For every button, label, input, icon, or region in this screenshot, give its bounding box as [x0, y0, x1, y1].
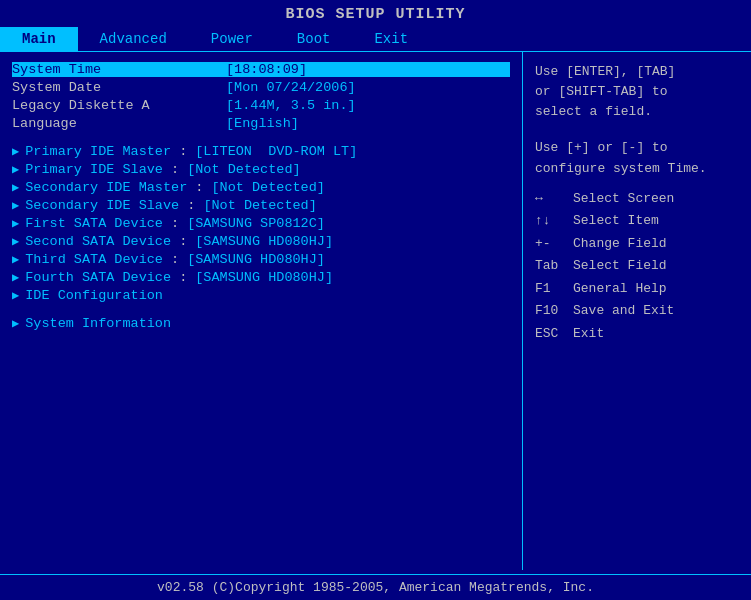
- menu-bar: Main Advanced Power Boot Exit: [0, 27, 751, 52]
- arrow-icon-6: ▶: [12, 234, 19, 249]
- arrow-icon-9: ▶: [12, 288, 19, 303]
- ide-config-row[interactable]: ▶ IDE Configuration: [12, 288, 510, 303]
- system-time-value: [18:08:09]: [226, 62, 307, 77]
- right-panel: Use [ENTER], [TAB] or [SHIFT-TAB] to sel…: [523, 52, 751, 570]
- key-select-item: ↑↓ Select Item: [535, 211, 739, 231]
- third-sata-row[interactable]: ▶ Third SATA Device : [SAMSUNG HD080HJ]: [12, 252, 510, 267]
- fourth-sata-value: [SAMSUNG HD080HJ]: [195, 270, 333, 285]
- primary-ide-slave-row[interactable]: ▶ Primary IDE Slave : [Not Detected]: [12, 162, 510, 177]
- left-panel: System Time [18:08:09] System Date [Mon …: [0, 52, 523, 570]
- secondary-ide-master-value: [Not Detected]: [211, 180, 324, 195]
- secondary-ide-slave-row[interactable]: ▶ Secondary IDE Slave : [Not Detected]: [12, 198, 510, 213]
- help-line1: Use [ENTER], [TAB]: [535, 62, 739, 82]
- primary-ide-master-row[interactable]: ▶ Primary IDE Master : [LITEON DVD-ROM L…: [12, 144, 510, 159]
- system-date-row[interactable]: System Date [Mon 07/24/2006]: [12, 80, 510, 95]
- key-select-field: Tab Select Field: [535, 256, 739, 276]
- footer-text: v02.58 (C)Copyright 1985-2005, American …: [157, 580, 594, 595]
- system-time-label: System Time: [12, 62, 222, 77]
- primary-ide-slave-label: Primary IDE Slave: [25, 162, 163, 177]
- fourth-sata-label: Fourth SATA Device: [25, 270, 171, 285]
- key-table: ↔ Select Screen ↑↓ Select Item +- Change…: [535, 189, 739, 344]
- arrow-icon-10: ▶: [12, 316, 19, 331]
- arrow-icon-8: ▶: [12, 270, 19, 285]
- help-line2: or [SHIFT-TAB] to: [535, 82, 739, 102]
- arrow-icon-3: ▶: [12, 180, 19, 195]
- help-line6: configure system Time.: [535, 159, 739, 179]
- arrow-icon-7: ▶: [12, 252, 19, 267]
- fourth-sata-row[interactable]: ▶ Fourth SATA Device : [SAMSUNG HD080HJ]: [12, 270, 510, 285]
- arrow-icon: ▶: [12, 144, 19, 159]
- third-sata-value: [SAMSUNG HD080HJ]: [187, 252, 325, 267]
- language-row[interactable]: Language [English]: [12, 116, 510, 131]
- system-date-value: [Mon 07/24/2006]: [226, 80, 356, 95]
- first-sata-value: [SAMSUNG SP0812C]: [187, 216, 325, 231]
- system-date-label: System Date: [12, 80, 222, 95]
- second-sata-label: Second SATA Device: [25, 234, 171, 249]
- legacy-diskette-value: [1.44M, 3.5 in.]: [226, 98, 356, 113]
- system-info-row[interactable]: ▶ System Information: [12, 316, 510, 331]
- primary-ide-slave-value: [Not Detected]: [187, 162, 300, 177]
- menu-item-boot[interactable]: Boot: [275, 27, 353, 51]
- help-text: Use [ENTER], [TAB] or [SHIFT-TAB] to sel…: [535, 62, 739, 179]
- help-line3: select a field.: [535, 102, 739, 122]
- arrow-icon-2: ▶: [12, 162, 19, 177]
- menu-item-power[interactable]: Power: [189, 27, 275, 51]
- key-change-field: +- Change Field: [535, 234, 739, 254]
- system-time-row[interactable]: System Time [18:08:09]: [12, 62, 510, 77]
- arrow-icon-5: ▶: [12, 216, 19, 231]
- first-sata-label: First SATA Device: [25, 216, 163, 231]
- key-general-help: F1 General Help: [535, 279, 739, 299]
- first-sata-row[interactable]: ▶ First SATA Device : [SAMSUNG SP0812C]: [12, 216, 510, 231]
- help-line5: Use [+] or [-] to: [535, 138, 739, 158]
- key-save-exit: F10 Save and Exit: [535, 301, 739, 321]
- second-sata-row[interactable]: ▶ Second SATA Device : [SAMSUNG HD080HJ]: [12, 234, 510, 249]
- ide-config-label: IDE Configuration: [25, 288, 163, 303]
- primary-ide-master-label: Primary IDE Master: [25, 144, 171, 159]
- secondary-ide-slave-value: [Not Detected]: [203, 198, 316, 213]
- legacy-diskette-label: Legacy Diskette A: [12, 98, 222, 113]
- legacy-diskette-row[interactable]: Legacy Diskette A [1.44M, 3.5 in.]: [12, 98, 510, 113]
- footer: v02.58 (C)Copyright 1985-2005, American …: [0, 574, 751, 600]
- language-label: Language: [12, 116, 222, 131]
- arrow-icon-4: ▶: [12, 198, 19, 213]
- menu-item-main[interactable]: Main: [0, 27, 78, 51]
- menu-item-advanced[interactable]: Advanced: [78, 27, 189, 51]
- third-sata-label: Third SATA Device: [25, 252, 163, 267]
- menu-item-exit[interactable]: Exit: [352, 27, 430, 51]
- secondary-ide-master-row[interactable]: ▶ Secondary IDE Master : [Not Detected]: [12, 180, 510, 195]
- system-info-label: System Information: [25, 316, 171, 331]
- title-bar: BIOS SETUP UTILITY: [0, 0, 751, 27]
- key-select-screen: ↔ Select Screen: [535, 189, 739, 209]
- primary-ide-master-value: [LITEON DVD-ROM LT]: [195, 144, 357, 159]
- key-esc: ESC Exit: [535, 324, 739, 344]
- main-area: System Time [18:08:09] System Date [Mon …: [0, 52, 751, 570]
- title-text: BIOS SETUP UTILITY: [285, 6, 465, 23]
- language-value: [English]: [226, 116, 299, 131]
- secondary-ide-slave-label: Secondary IDE Slave: [25, 198, 179, 213]
- secondary-ide-master-label: Secondary IDE Master: [25, 180, 187, 195]
- second-sata-value: [SAMSUNG HD080HJ]: [195, 234, 333, 249]
